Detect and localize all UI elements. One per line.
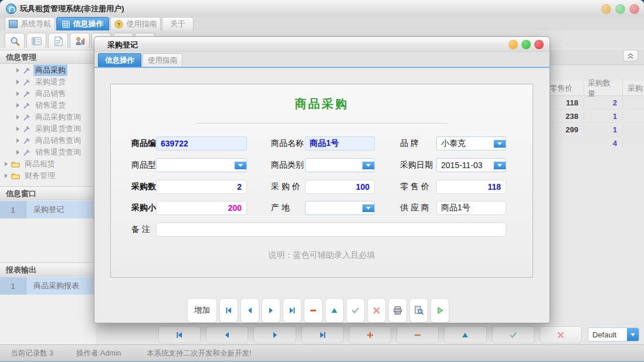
add-button[interactable]: 增加 <box>187 298 217 323</box>
user-report-button[interactable] <box>70 33 90 50</box>
expand-arrow-icon[interactable] <box>5 173 8 178</box>
cancel-button[interactable] <box>540 326 582 343</box>
tool-icon <box>23 149 30 156</box>
window-titlebar[interactable]: 玩具租赁管理系统(非注册用户) <box>0 0 644 17</box>
first-record-button[interactable] <box>158 326 201 343</box>
last-record-button[interactable] <box>301 326 344 343</box>
next-record-button[interactable] <box>253 326 296 343</box>
chevron-down-icon[interactable] <box>362 162 374 169</box>
window-controls <box>601 4 639 14</box>
user-report-icon <box>74 36 86 47</box>
tree-item-purchase-return-query[interactable]: 采购退货查询 <box>0 123 96 135</box>
chevron-down-icon[interactable] <box>494 140 506 148</box>
tree-item-sale-return[interactable]: 销售退货 <box>0 100 96 111</box>
profile-select[interactable]: Default <box>588 327 639 341</box>
collapse-panel-button[interactable] <box>623 50 638 62</box>
minimize-button[interactable] <box>601 4 611 14</box>
tree-item-goods-purchase[interactable]: 商品采购 <box>0 64 96 76</box>
expand-arrow-icon[interactable] <box>16 115 19 119</box>
expand-arrow-icon[interactable] <box>16 80 19 84</box>
tree-item-purchase-return[interactable]: 采购退货 <box>0 76 96 88</box>
tree-item-purchase-query[interactable]: 商品采购查询 <box>0 111 96 123</box>
maximize-button[interactable] <box>615 4 625 14</box>
retail-price-input[interactable]: 118 <box>436 180 506 194</box>
edit-record-button[interactable] <box>444 326 486 343</box>
expand-arrow-icon[interactable] <box>16 127 19 131</box>
tab-user-guide[interactable]: ? 使用指南 <box>110 17 161 30</box>
section-info-windows[interactable]: 信息窗口 <box>0 186 96 200</box>
confirm-button[interactable] <box>346 298 365 323</box>
tab-system-nav[interactable]: 系统导航 <box>5 17 55 30</box>
print-button[interactable] <box>388 298 407 323</box>
dialog-minimize-button[interactable] <box>509 40 518 49</box>
col-purchase-truncated[interactable]: 采购 <box>623 83 644 94</box>
list-view-button[interactable] <box>26 33 46 50</box>
first-record-button[interactable] <box>219 298 238 323</box>
dialog-maximize-button[interactable] <box>521 40 531 49</box>
section-report-output[interactable]: 报表输出 <box>0 262 96 276</box>
subtotal-input[interactable]: 200 <box>156 201 247 215</box>
tree-item-goods-sale[interactable]: 商品销售 <box>0 88 96 100</box>
search-button[interactable] <box>5 33 25 50</box>
tree-item-sale-return-query[interactable]: 销售退货查询 <box>0 146 96 158</box>
cancel-button[interactable] <box>367 298 386 323</box>
chevron-down-icon[interactable] <box>235 162 246 169</box>
dialog-titlebar[interactable]: 采购登记 <box>94 37 550 53</box>
add-record-button[interactable] <box>349 326 391 343</box>
info-window-row[interactable]: 1 采购登记 <box>0 201 96 218</box>
expand-arrow-icon[interactable] <box>16 68 19 73</box>
next-record-button[interactable] <box>262 298 280 323</box>
dialog-close-button[interactable] <box>534 40 544 49</box>
close-button[interactable] <box>629 4 639 14</box>
expand-arrow-icon[interactable] <box>16 91 19 96</box>
chevron-down-icon[interactable] <box>627 328 639 341</box>
document-button[interactable] <box>48 33 68 50</box>
purchase-date-select[interactable]: 2015-11-03 <box>436 158 506 172</box>
dialog-tab-user-guide[interactable]: 使用指南 <box>143 53 182 67</box>
tree-folder-goods-rental[interactable]: 商品租赁 <box>0 158 96 170</box>
col-purchase-qty[interactable]: 采购数量 <box>584 78 623 99</box>
model-select[interactable] <box>156 158 247 172</box>
tab-info-operation[interactable]: 信息操作 <box>56 17 109 30</box>
prev-record-button[interactable] <box>240 298 259 323</box>
chevron-down-icon[interactable] <box>494 162 506 169</box>
expand-arrow-icon[interactable] <box>16 150 19 155</box>
delete-record-button[interactable] <box>304 298 323 323</box>
table-row[interactable]: 118 2 <box>545 96 644 110</box>
product-code-input[interactable]: 639722 <box>156 136 247 151</box>
expand-arrow-icon[interactable] <box>16 103 19 108</box>
remark-input[interactable] <box>156 223 506 237</box>
prev-record-button[interactable] <box>206 326 248 343</box>
tree-item-sale-query[interactable]: 商品销售查询 <box>0 135 96 146</box>
report-row[interactable]: 1 商品采购报表 <box>0 277 96 295</box>
dialog-tab-info-operation[interactable]: 信息操作 <box>98 53 141 67</box>
last-record-button[interactable] <box>283 298 301 323</box>
product-name-input[interactable]: 商品1号 <box>305 136 375 151</box>
last-icon <box>318 330 327 340</box>
tab-about[interactable]: 关于 <box>162 17 194 30</box>
price-input[interactable]: 100 <box>305 180 375 194</box>
brand-select[interactable]: 小泰克 <box>436 136 506 151</box>
table-row[interactable]: 299 1 <box>545 123 644 136</box>
chevron-down-icon[interactable] <box>362 204 374 212</box>
execute-button[interactable] <box>431 298 449 323</box>
table-row[interactable]: 238 1 <box>545 110 644 123</box>
category-select[interactable] <box>305 158 375 172</box>
confirm-button[interactable] <box>492 326 534 343</box>
quantity-input[interactable]: 2 <box>156 180 247 194</box>
section-info-management[interactable]: 信息管理 <box>0 50 96 64</box>
supplier-input[interactable]: 商品1号 <box>436 201 506 215</box>
edit-record-button[interactable] <box>325 298 344 323</box>
delete-record-button[interactable] <box>396 326 439 343</box>
next-icon <box>270 330 280 340</box>
tree-folder-finance[interactable]: 财务管理 <box>0 170 96 182</box>
print-preview-icon <box>413 305 424 316</box>
expand-arrow-icon[interactable] <box>16 138 19 143</box>
origin-label: 产 地 <box>271 203 290 213</box>
form-title: 商品采购 <box>111 96 533 112</box>
col-retail-price[interactable]: 零售价 <box>545 83 584 94</box>
category-label: 商品类别 <box>271 160 304 170</box>
origin-select[interactable] <box>305 201 375 215</box>
expand-arrow-icon[interactable] <box>5 162 8 166</box>
print-preview-button[interactable] <box>409 298 428 323</box>
